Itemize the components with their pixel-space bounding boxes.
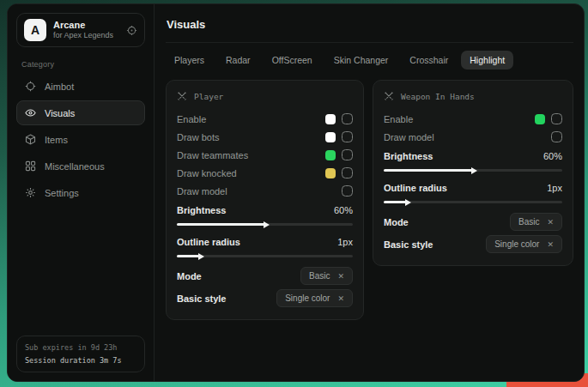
sidebar-item-miscellaneous[interactable]: Miscellaneous [16,154,145,178]
checkbox[interactable] [342,167,353,178]
app-window: A Arcane for Apex Legends Category Aimbo… [7,3,585,382]
setting-label: Draw teammates [177,150,248,160]
slider-value: 60% [543,151,562,161]
sidebar-item-aimbot[interactable]: Aimbot [16,74,145,99]
color-swatch[interactable] [325,168,336,178]
setting-label: Draw knocked [177,168,237,178]
sidebar-item-label: Settings [45,188,79,198]
box-icon [25,134,36,145]
slider-label: Outline radius [384,183,447,193]
color-swatch[interactable] [325,150,336,160]
app-subtitle: for Apex Legends [53,31,113,40]
setting-row: Draw knocked [177,164,353,182]
close-icon[interactable]: ✕ [547,240,554,249]
slider-fill [384,169,473,172]
slider-value: 1px [547,183,562,193]
selected-option-chip[interactable]: Single color✕ [486,235,562,253]
setting-row: ModeBasic✕ [177,265,353,287]
chip-label: Single color [285,293,330,303]
app-logo: A [24,19,46,41]
slider-setting: Outline radius1px [177,233,353,257]
color-swatch[interactable] [535,114,545,124]
slider-label: Brightness [384,151,433,161]
chip-label: Single color [494,239,539,249]
checkbox[interactable] [551,131,562,142]
tab-bar: PlayersRadarOffScreenSkin ChangerCrossha… [166,51,573,70]
slider-head: Brightness60% [177,202,353,219]
tab-radar[interactable]: Radar [217,51,259,70]
slider-thumb[interactable] [471,167,477,174]
slider-thumb[interactable] [198,253,204,260]
color-swatch[interactable] [325,114,336,124]
setting-controls [325,149,353,160]
setting-row: ModeBasic✕ [384,211,562,233]
checkbox[interactable] [551,113,562,124]
slider-label: Outline radius [177,237,240,247]
setting-controls [325,113,353,124]
setting-controls [342,185,353,197]
sidebar-item-settings[interactable]: Settings [16,180,145,205]
slider-track[interactable] [384,201,562,203]
target-icon[interactable] [126,25,137,36]
checkbox[interactable] [342,113,353,124]
cards-container: PlayerEnableDraw botsDraw teammatesDraw … [166,80,573,320]
subscription-info-box: Sub expires in 9d 23h Session duration 3… [16,336,145,372]
setting-row: Enable [384,110,562,128]
slider-fill [177,223,265,226]
slider-head: Outline radius1px [384,179,562,197]
close-icon[interactable]: ✕ [337,272,344,281]
setting-controls [551,131,562,142]
crossed-swords-icon [177,91,187,101]
slider-track[interactable] [384,169,562,172]
card-header: Player [177,91,353,101]
selected-option-chip[interactable]: Basic✕ [510,213,562,231]
checkbox[interactable] [342,149,353,160]
setting-row: Enable [177,110,353,128]
eye-icon [25,107,36,118]
setting-label: Draw model [384,132,434,142]
gear-icon [25,187,36,198]
color-swatch[interactable] [325,132,336,142]
selected-option-chip[interactable]: Basic✕ [300,267,353,285]
slider-value: 60% [334,205,353,215]
main-content: Visuals PlayersRadarOffScreenSkin Change… [155,4,585,381]
app-titles: Arcane for Apex Legends [53,20,113,41]
sidebar-item-label: Miscellaneous [45,161,105,172]
card-header: Weapon In Hands [384,91,562,101]
setting-label: Enable [384,114,413,124]
category-label: Category [21,60,140,69]
tab-highlight[interactable]: Highlight [461,51,513,70]
sidebar-item-label: Visuals [45,108,75,118]
chip-label: Basic [518,217,539,227]
sub-expires-text: Sub expires in 9d 23h [25,343,136,352]
slider-track[interactable] [177,223,353,226]
sidebar-item-label: Aimbot [45,82,74,92]
setting-row: Draw model [177,182,353,200]
sidebar-item-items[interactable]: Items [16,127,145,152]
setting-label: Basic style [177,293,226,304]
checkbox[interactable] [342,131,353,142]
slider-track[interactable] [177,255,353,257]
setting-controls [535,113,562,124]
selected-option-chip[interactable]: Single color✕ [276,289,353,307]
slider-head: Brightness60% [384,148,562,165]
tab-crosshair[interactable]: Crosshair [401,51,457,70]
slider-label: Brightness [177,205,226,215]
close-icon[interactable]: ✕ [547,218,554,227]
chip-label: Basic [309,271,330,281]
close-icon[interactable]: ✕ [337,294,344,303]
slider-thumb[interactable] [264,221,270,228]
slider-value: 1px [337,237,353,247]
sidebar-item-visuals[interactable]: Visuals [16,100,145,125]
slider-thumb[interactable] [405,199,411,206]
slider-fill [384,201,407,203]
setting-label: Draw bots [177,132,220,142]
setting-label: Mode [177,271,202,281]
tab-players[interactable]: Players [166,51,213,70]
sidebar-item-label: Items [45,135,68,145]
tab-offscreen[interactable]: OffScreen [264,51,321,70]
setting-row: Draw model [384,128,562,146]
page-title: Visuals [166,4,573,43]
checkbox[interactable] [342,185,353,197]
tab-skin-changer[interactable]: Skin Changer [325,51,397,70]
